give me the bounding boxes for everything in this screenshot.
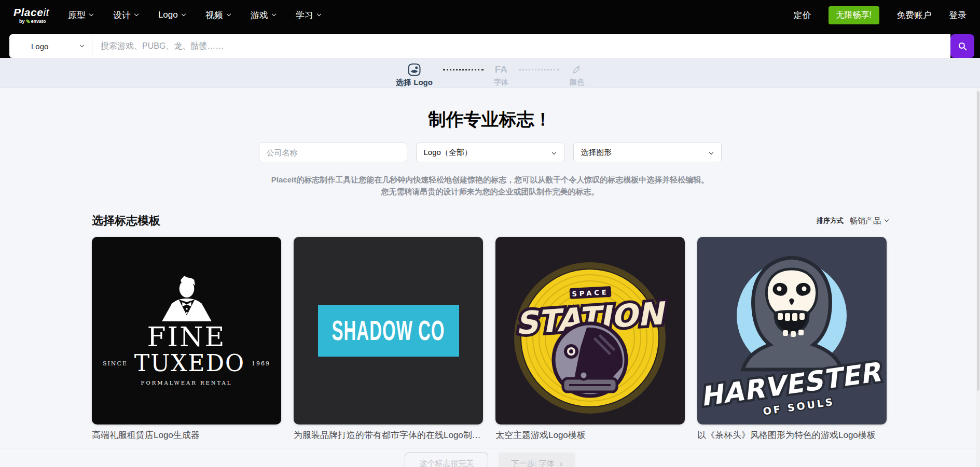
graphic-select[interactable]: 选择图形 bbox=[573, 143, 722, 162]
template-thumbnail-harvester[interactable]: HARVESTER OF SOULS bbox=[697, 237, 887, 424]
step-colors[interactable]: 颜色 bbox=[570, 63, 584, 87]
nav-item-gaming[interactable]: 游戏 bbox=[251, 9, 275, 21]
chevron-down-icon bbox=[885, 218, 889, 222]
template-thumbnail-shadow-co[interactable]: SHADOW CO bbox=[294, 237, 483, 424]
sort-dropdown[interactable]: 畅销产品 bbox=[850, 216, 888, 226]
step-fonts[interactable]: FA 字体 bbox=[494, 63, 508, 87]
scrollbar[interactable] bbox=[976, 88, 980, 467]
template-caption[interactable]: 以《茶杯头》风格图形为特色的游戏Logo模板 bbox=[697, 429, 887, 441]
template-card: SHADOW CO 为服装品牌打造的带有都市字体的在线Logo制作... bbox=[294, 237, 483, 441]
logo-type-select[interactable]: Logo（全部） bbox=[416, 143, 564, 162]
hero-description: Placeit的标志制作工具让您能在几秒钟内快速轻松地创建惊艳的标志，您可以从数… bbox=[0, 174, 980, 197]
nav-item-mockups[interactable]: 原型 bbox=[68, 9, 93, 21]
scrollbar-thumb[interactable] bbox=[977, 91, 979, 391]
chevron-down-icon bbox=[80, 43, 84, 47]
sort-label: 排序方式 bbox=[817, 217, 844, 225]
template-thumbnail-space-station[interactable]: STATION SPACE bbox=[495, 237, 685, 424]
logo-filters: Logo（全部） 选择图形 bbox=[0, 143, 980, 162]
search-row: Logo bbox=[9, 34, 974, 58]
harvester-art: HARVESTER OF SOULS bbox=[697, 237, 887, 424]
main-content: 制作专业标志！ Logo（全部） 选择图形 Placeit的标志制作工具让您能在… bbox=[0, 108, 980, 467]
wizard-footer: 这个标志很完美 下一步: 字体 › bbox=[0, 448, 980, 467]
template-card: HARVESTER OF SOULS 以《茶杯头》风格图形为特色的游戏Logo模… bbox=[697, 237, 887, 441]
section-title: 选择标志模板 bbox=[92, 213, 160, 229]
brand-byline: by envato bbox=[13, 19, 49, 24]
space-station-art: STATION SPACE bbox=[495, 237, 685, 424]
nav-item-videos[interactable]: 视频 bbox=[205, 9, 230, 21]
page-title: 制作专业标志！ bbox=[0, 108, 980, 132]
brand-name: Placeit bbox=[13, 7, 49, 18]
chevron-down-icon bbox=[551, 150, 556, 154]
free-account-link[interactable]: 免费账户 bbox=[896, 9, 932, 21]
template-card: FINE SINCE TUXEDO 1969 FORMALWEAR RENTAL… bbox=[92, 237, 281, 441]
template-card: STATION SPACE 太空主题 bbox=[495, 237, 685, 441]
envato-leaf-icon bbox=[25, 19, 30, 23]
shadow-co-banner: SHADOW CO bbox=[318, 305, 459, 357]
sort-control: 排序方式 畅销产品 bbox=[817, 216, 888, 226]
chevron-right-icon: › bbox=[560, 459, 563, 467]
font-icon: FA bbox=[495, 63, 507, 76]
search-bar: Logo bbox=[9, 34, 950, 58]
header-actions: 定价 无限畅享! 免费账户 登录 bbox=[794, 6, 967, 24]
paintbrush-icon bbox=[571, 63, 582, 76]
step-choose-logo[interactable]: 选择 Logo bbox=[396, 63, 433, 88]
stepper-separator bbox=[519, 69, 559, 70]
chevron-down-icon bbox=[316, 12, 321, 16]
main-nav: 原型 设计 Logo 视频 游戏 学习 bbox=[68, 9, 341, 21]
template-grid: FINE SINCE TUXEDO 1969 FORMALWEAR RENTAL… bbox=[92, 237, 888, 441]
search-button[interactable] bbox=[950, 34, 974, 58]
stepper-separator bbox=[443, 69, 484, 70]
chevron-down-icon bbox=[134, 12, 139, 16]
search-input[interactable] bbox=[92, 34, 950, 58]
template-caption[interactable]: 高端礼服租赁店Logo生成器 bbox=[92, 429, 281, 441]
nav-row: Placeit by envato 原型 设计 Logo 视频 游戏 学习 定价… bbox=[0, 0, 980, 30]
pricing-link[interactable]: 定价 bbox=[794, 9, 811, 21]
logo-perfect-button[interactable]: 这个标志很完美 bbox=[405, 452, 488, 467]
template-caption[interactable]: 为服装品牌打造的带有都市字体的在线Logo制作... bbox=[294, 429, 483, 441]
unlimited-button[interactable]: 无限畅享! bbox=[829, 6, 879, 24]
company-name-input[interactable] bbox=[259, 143, 407, 162]
chevron-down-icon bbox=[181, 12, 185, 16]
chevron-down-icon bbox=[271, 12, 275, 16]
chevron-down-icon bbox=[89, 12, 93, 16]
search-category-dropdown[interactable]: Logo bbox=[9, 34, 92, 58]
chevron-down-icon bbox=[709, 150, 713, 154]
nav-item-designs[interactable]: 设计 bbox=[113, 9, 138, 21]
placeit-logo[interactable]: Placeit by envato bbox=[13, 7, 49, 24]
templates-header: 选择标志模板 排序方式 畅销产品 bbox=[92, 213, 888, 229]
logo-badge-icon bbox=[408, 63, 421, 76]
template-caption[interactable]: 太空主题游戏Logo模板 bbox=[495, 429, 685, 441]
nav-item-logos[interactable]: Logo bbox=[158, 10, 185, 20]
wizard-stepper: 选择 Logo FA 字体 颜色 bbox=[0, 58, 980, 88]
next-step-button[interactable]: 下一步: 字体 › bbox=[499, 452, 575, 467]
template-thumbnail-fine-tuxedo[interactable]: FINE SINCE TUXEDO 1969 FORMALWEAR RENTAL bbox=[92, 237, 281, 424]
tuxedo-man-icon bbox=[156, 276, 217, 321]
search-icon bbox=[958, 41, 968, 51]
nav-item-learn[interactable]: 学习 bbox=[296, 9, 321, 21]
header: Placeit by envato 原型 设计 Logo 视频 游戏 学习 定价… bbox=[0, 0, 980, 58]
chevron-down-icon bbox=[226, 12, 230, 16]
login-link[interactable]: 登录 bbox=[949, 9, 967, 21]
